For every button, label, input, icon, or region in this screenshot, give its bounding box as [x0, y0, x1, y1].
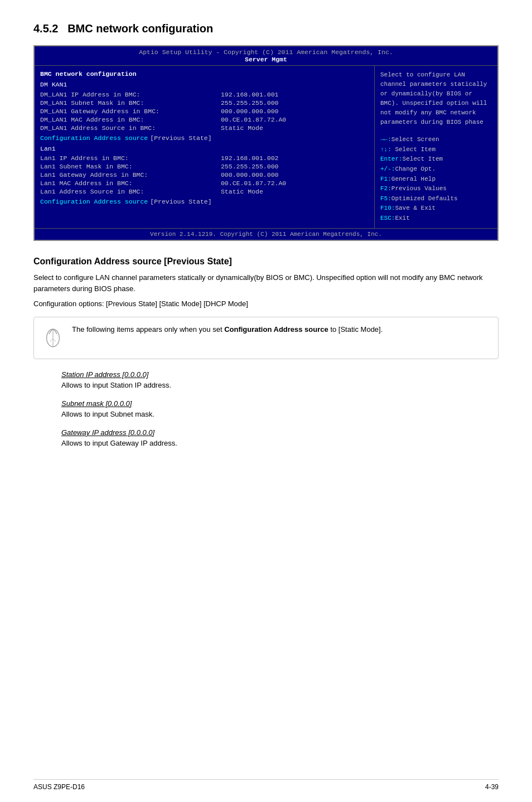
lan1-table: Lan1 IP Address in BMC:192.168.001.002La…	[40, 154, 369, 196]
bios-screen: Aptio Setup Utility - Copyright (C) 2011…	[33, 45, 499, 241]
key-help-item: F2:Previous Values	[380, 184, 492, 194]
note-bold-text: Configuration Address source	[224, 325, 328, 334]
key-name: Enter:	[380, 156, 403, 162]
row-value: 000.000.000.000	[221, 171, 369, 179]
bios-header: Aptio Setup Utility - Copyright (C) 2011…	[35, 46, 497, 66]
bios-header-server-mgmt: Server Mgmt	[245, 56, 287, 63]
note-text-before: The following items appears only when yo…	[72, 325, 224, 334]
row-label: DM_LAN1 IP Address in BMC:	[40, 90, 221, 99]
key-desc: Change Opt.	[395, 166, 436, 172]
table-row: DM_LAN1 Gateway Address in BMC:000.000.0…	[40, 107, 369, 115]
key-desc: Select Item	[403, 156, 443, 162]
row-label: DM_LAN1 Subnet Mask in BMC:	[40, 99, 221, 107]
key-help-item: Enter:Select Item	[380, 154, 492, 165]
config-options-values: [Previous State] [Static Mode] [DHCP Mod…	[106, 299, 248, 308]
key-desc: Save & Exit	[395, 205, 436, 211]
config-description: Select to configure LAN channel paramete…	[33, 272, 499, 296]
bios-footer: Version 2.14.1219. Copyright (C) 2011 Am…	[35, 228, 497, 240]
bios-body: BMC network configuration DM KAN1 DM_LAN…	[35, 66, 497, 228]
config-source-row-1: Configuration Address source [Previous S…	[40, 134, 369, 142]
row-value: Static Mode	[221, 187, 369, 196]
row-value: 255.255.255.000	[221, 99, 369, 107]
row-value: 255.255.255.000	[221, 162, 369, 171]
config-options-label: Configuration options:	[33, 299, 104, 308]
config-source-value-2: [Previous State]	[150, 198, 211, 205]
note-text: The following items appears only when yo…	[72, 324, 383, 336]
key-desc: Select Item	[391, 146, 436, 153]
note-icon	[42, 324, 64, 352]
row-label: Lan1 Address Source in BMC:	[40, 187, 221, 196]
footer-left: ASUS Z9PE-D16	[33, 783, 85, 791]
key-help-item: ESC:Exit	[380, 214, 492, 224]
sub-item-desc: Allows to input Subnet mask.	[61, 409, 499, 421]
lan1-label: Lan1	[40, 145, 369, 152]
key-name: ↑↓:	[380, 146, 391, 153]
sub-item-title: Subnet mask [0.0.0.0]	[61, 399, 499, 408]
table-row: Lan1 Gateway Address in BMC:000.000.000.…	[40, 171, 369, 179]
row-label: Lan1 MAC Address in BMC:	[40, 179, 221, 187]
key-help-item: F1:General Help	[380, 175, 492, 185]
page-footer: ASUS Z9PE-D16 4-39	[33, 779, 499, 791]
key-desc: Optimized Defaults	[391, 195, 458, 202]
table-row: Lan1 Subnet Mask in BMC:255.255.255.000	[40, 162, 369, 171]
bios-main-title: BMC network configuration	[40, 70, 369, 78]
table-row: Lan1 MAC Address in BMC:00.CE.01.87.72.A…	[40, 179, 369, 187]
table-row: DM_LAN1 MAC Address in BMC:00.CE.01.87.7…	[40, 115, 369, 124]
row-label: DM_LAN1 MAC Address in BMC:	[40, 115, 221, 124]
note-box: The following items appears only when yo…	[33, 317, 499, 359]
config-source-value-1: [Previous State]	[150, 134, 211, 142]
table-row: Lan1 IP Address in BMC:192.168.001.002	[40, 154, 369, 162]
dm-kan1-label: DM KAN1	[40, 81, 369, 88]
key-name: F10:	[380, 205, 395, 211]
sub-item-title: Station IP address [0.0.0.0]	[61, 370, 499, 379]
table-row: DM_LAN1 Address Source in BMC:Static Mod…	[40, 124, 369, 132]
row-value: 192.168.001.002	[221, 154, 369, 162]
table-row: DM_LAN1 Subnet Mask in BMC:255.255.255.0…	[40, 99, 369, 107]
config-section-heading: Configuration Address source [Previous S…	[33, 257, 499, 267]
key-name: →←:	[380, 136, 391, 143]
row-value: 00.CE.01.87.72.A0	[221, 115, 369, 124]
key-name: F1:	[380, 176, 391, 182]
sub-item-title: Gateway IP address [0.0.0.0]	[61, 428, 499, 437]
dm-lan1-table: DM_LAN1 IP Address in BMC:192.168.001.00…	[40, 90, 369, 132]
row-label: DM_LAN1 Gateway Address in BMC:	[40, 107, 221, 115]
sub-item-block: Gateway IP address [0.0.0.0]Allows to in…	[61, 428, 499, 450]
row-value: 00.CE.01.87.72.A0	[221, 179, 369, 187]
key-help-item: F5:Optimized Defaults	[380, 194, 492, 204]
key-help-item: ↑↓: Select Item	[380, 145, 492, 155]
key-desc: General Help	[391, 176, 436, 182]
key-desc: Previous Values	[391, 185, 447, 192]
row-value: 000.000.000.000	[221, 107, 369, 115]
sub-item-block: Station IP address [0.0.0.0]Allows to in…	[61, 370, 499, 392]
config-source-row-2: Configuration Address source [Previous S…	[40, 198, 369, 205]
config-options-line: Configuration options: [Previous State] …	[33, 299, 499, 308]
bios-main-panel: BMC network configuration DM KAN1 DM_LAN…	[35, 66, 375, 228]
key-help-item: F10:Save & Exit	[380, 204, 492, 214]
key-name: +/-:	[380, 166, 395, 172]
row-value: Static Mode	[221, 124, 369, 132]
row-label: Lan1 Subnet Mask in BMC:	[40, 162, 221, 171]
table-row: DM_LAN1 IP Address in BMC:192.168.001.00…	[40, 90, 369, 99]
pencil-icon	[43, 326, 63, 350]
sub-item-desc: Allows to input Station IP address.	[61, 380, 499, 392]
key-name: F2:	[380, 185, 391, 192]
bios-sidebar-panel: Select to configure LAN channel paramete…	[375, 66, 497, 228]
row-label: DM_LAN1 Address Source in BMC:	[40, 124, 221, 132]
sub-item-desc: Allows to input Gateway IP address.	[61, 438, 499, 450]
bios-header-line1: Aptio Setup Utility - Copyright (C) 2011…	[139, 49, 393, 56]
footer-right: 4-39	[485, 783, 499, 791]
row-value: 192.168.001.001	[221, 90, 369, 99]
config-source-label-1: Configuration Address source	[40, 134, 148, 142]
key-name: F5:	[380, 195, 391, 202]
bios-help-text: Select to configure LAN channel paramete…	[380, 70, 492, 127]
table-row: Lan1 Address Source in BMC:Static Mode	[40, 187, 369, 196]
row-label: Lan1 Gateway Address in BMC:	[40, 171, 221, 179]
bios-key-help: →←:Select Screen↑↓: Select ItemEnter:Sel…	[380, 135, 492, 223]
key-help-item: →←:Select Screen	[380, 135, 492, 145]
row-label: Lan1 IP Address in BMC:	[40, 154, 221, 162]
sub-items-container: Station IP address [0.0.0.0]Allows to in…	[61, 370, 499, 449]
key-name: ESC:	[380, 215, 395, 221]
note-text-after: to [Static Mode].	[328, 325, 383, 334]
config-source-label-2: Configuration Address source	[40, 198, 148, 205]
section-title: 4.5.2 BMC network configuration	[33, 22, 499, 35]
